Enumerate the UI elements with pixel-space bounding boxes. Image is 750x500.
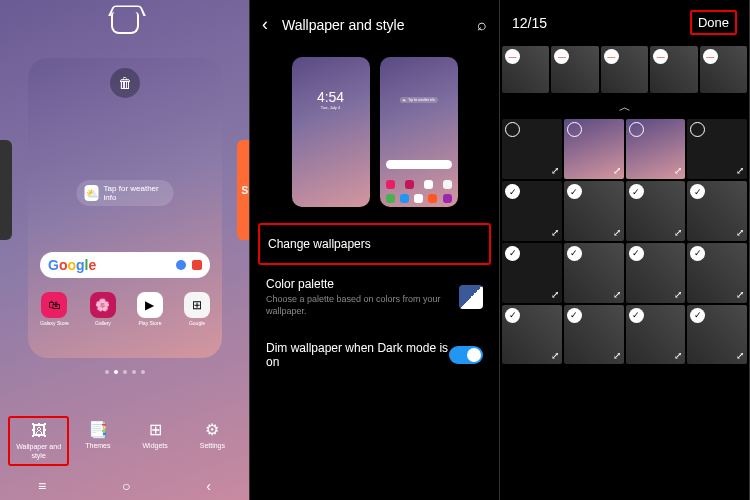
- gallery-thumb[interactable]: —: [502, 46, 549, 93]
- gallery-row: — — — — —: [500, 45, 749, 97]
- expand-icon[interactable]: ⤢: [551, 165, 559, 176]
- expand-icon[interactable]: ⤢: [551, 289, 559, 300]
- chevron-up-icon[interactable]: ︿: [500, 97, 749, 118]
- expand-icon[interactable]: ⤢: [736, 227, 744, 238]
- gallery-thumb[interactable]: ⤢: [626, 119, 686, 179]
- check-icon[interactable]: ✓: [505, 246, 520, 261]
- expand-icon[interactable]: ⤢: [674, 350, 682, 361]
- expand-icon[interactable]: ⤢: [674, 289, 682, 300]
- gallery-thumb[interactable]: —: [700, 46, 747, 93]
- check-icon[interactable]: ✓: [505, 184, 520, 199]
- app-galaxy-store[interactable]: 🛍Galaxy Store: [40, 292, 69, 326]
- color-palette-row[interactable]: Color palette Choose a palette based on …: [250, 265, 499, 329]
- weather-widget[interactable]: ⛅ Tap for weather info: [77, 180, 174, 206]
- wallpaper-style-button[interactable]: 🖼 Wallpaper and style: [8, 416, 69, 466]
- gallery-thumb[interactable]: ✓⤢: [687, 305, 747, 365]
- gallery-thumb[interactable]: —: [551, 46, 598, 93]
- recents-card-peek-left[interactable]: [0, 140, 12, 240]
- check-icon[interactable]: ✓: [567, 246, 582, 261]
- back-arrow-icon[interactable]: ‹: [262, 14, 268, 35]
- back-nav-icon[interactable]: ‹: [206, 478, 211, 494]
- check-icon[interactable]: [690, 122, 705, 137]
- check-icon[interactable]: [505, 122, 520, 137]
- expand-icon[interactable]: ⤢: [613, 227, 621, 238]
- gallery-thumb[interactable]: —: [650, 46, 697, 93]
- gallery-thumb[interactable]: ✓⤢: [564, 305, 624, 365]
- image-icon: 🖼: [31, 422, 47, 440]
- dim-wallpaper-row[interactable]: Dim wallpaper when Dark mode is on: [250, 329, 499, 381]
- recents-card[interactable]: 🗑 ⛅ Tap for weather info Google 🛍Galaxy …: [28, 58, 222, 358]
- gallery-thumb[interactable]: ✓⤢: [626, 305, 686, 365]
- dim-toggle[interactable]: [449, 346, 483, 364]
- lock-screen-preview[interactable]: 4:54 Tue, July 4: [292, 57, 370, 207]
- gallery-thumb[interactable]: ✓⤢: [626, 181, 686, 241]
- app-play-store[interactable]: ▶Play Store: [137, 292, 163, 326]
- gallery-row: ✓⤢ ✓⤢ ✓⤢ ✓⤢: [500, 242, 749, 304]
- wallpaper-previews: 4:54 Tue, July 4 ⛅Tap for weather info: [250, 49, 499, 223]
- expand-icon[interactable]: ⤢: [674, 227, 682, 238]
- google-search-bar[interactable]: Google: [40, 252, 210, 278]
- gallery-thumb[interactable]: ✓⤢: [687, 181, 747, 241]
- check-icon[interactable]: ✓: [629, 246, 644, 261]
- check-icon[interactable]: ✓: [567, 184, 582, 199]
- gallery-thumb[interactable]: ✓⤢: [626, 243, 686, 303]
- search-icon[interactable]: ⌕: [477, 16, 487, 34]
- expand-icon[interactable]: ⤢: [613, 165, 621, 176]
- check-icon[interactable]: ✓: [567, 308, 582, 323]
- home-outline-icon[interactable]: [111, 12, 139, 34]
- expand-icon[interactable]: ⤢: [551, 227, 559, 238]
- gallery-thumb[interactable]: ✓⤢: [502, 181, 562, 241]
- gallery-row: ⤢ ⤢ ⤢ ⤢: [500, 118, 749, 180]
- expand-icon[interactable]: ⤢: [736, 165, 744, 176]
- gallery-thumb[interactable]: ⤢: [687, 119, 747, 179]
- gallery-thumb[interactable]: ⤢: [564, 119, 624, 179]
- change-wallpapers-row[interactable]: Change wallpapers: [258, 223, 491, 265]
- check-icon[interactable]: ✓: [629, 308, 644, 323]
- expand-icon[interactable]: ⤢: [736, 289, 744, 300]
- galaxy-store-icon: 🛍: [41, 292, 67, 318]
- expand-icon[interactable]: ⤢: [736, 350, 744, 361]
- remove-badge-icon[interactable]: —: [653, 49, 668, 64]
- gallery-thumb[interactable]: ✓⤢: [502, 243, 562, 303]
- recents-card-peek-right[interactable]: Sh: [237, 140, 250, 240]
- check-icon[interactable]: ✓: [629, 184, 644, 199]
- settings-header: ‹ Wallpaper and style ⌕: [250, 0, 499, 49]
- recents-nav-icon[interactable]: ≡: [38, 478, 46, 494]
- remove-badge-icon[interactable]: —: [505, 49, 520, 64]
- gallery-thumb[interactable]: ⤢: [502, 119, 562, 179]
- expand-icon[interactable]: ⤢: [613, 350, 621, 361]
- preview-clock: 4:54 Tue, July 4: [292, 89, 370, 110]
- recents-panel: Sh 🗑 ⛅ Tap for weather info Google 🛍Gala…: [0, 0, 250, 500]
- expand-icon[interactable]: ⤢: [674, 165, 682, 176]
- close-app-button[interactable]: 🗑: [110, 68, 140, 98]
- home-screen-preview[interactable]: ⛅Tap for weather info: [380, 57, 458, 207]
- settings-button[interactable]: ⚙ Settings: [184, 416, 241, 466]
- gallery-thumb[interactable]: ✓⤢: [687, 243, 747, 303]
- home-nav-icon[interactable]: ○: [122, 478, 130, 494]
- expand-icon[interactable]: ⤢: [613, 289, 621, 300]
- app-gallery[interactable]: 🌸Gallery: [90, 292, 116, 326]
- gallery-thumb[interactable]: ✓⤢: [564, 243, 624, 303]
- remove-badge-icon[interactable]: —: [554, 49, 569, 64]
- check-icon[interactable]: ✓: [690, 184, 705, 199]
- check-icon[interactable]: ✓: [505, 308, 520, 323]
- gallery-row: ✓⤢ ✓⤢ ✓⤢ ✓⤢: [500, 180, 749, 242]
- themes-button[interactable]: 📑 Themes: [69, 416, 126, 466]
- weather-icon: ⛅: [85, 185, 99, 201]
- app-google[interactable]: ⊞Google: [184, 292, 210, 326]
- expand-icon[interactable]: ⤢: [551, 350, 559, 361]
- gallery-thumb[interactable]: ✓⤢: [564, 181, 624, 241]
- check-icon[interactable]: ✓: [690, 308, 705, 323]
- check-icon[interactable]: ✓: [690, 246, 705, 261]
- mic-icon[interactable]: [176, 260, 186, 270]
- check-icon[interactable]: [567, 122, 582, 137]
- widgets-button[interactable]: ⊞ Widgets: [127, 416, 184, 466]
- lens-icon[interactable]: [192, 260, 202, 270]
- done-button[interactable]: Done: [690, 10, 737, 35]
- check-icon[interactable]: [629, 122, 644, 137]
- gallery-thumb[interactable]: —: [601, 46, 648, 93]
- remove-badge-icon[interactable]: —: [604, 49, 619, 64]
- remove-badge-icon[interactable]: —: [703, 49, 718, 64]
- gallery-thumb[interactable]: ✓⤢: [502, 305, 562, 365]
- selection-counter: 12/15: [512, 15, 547, 31]
